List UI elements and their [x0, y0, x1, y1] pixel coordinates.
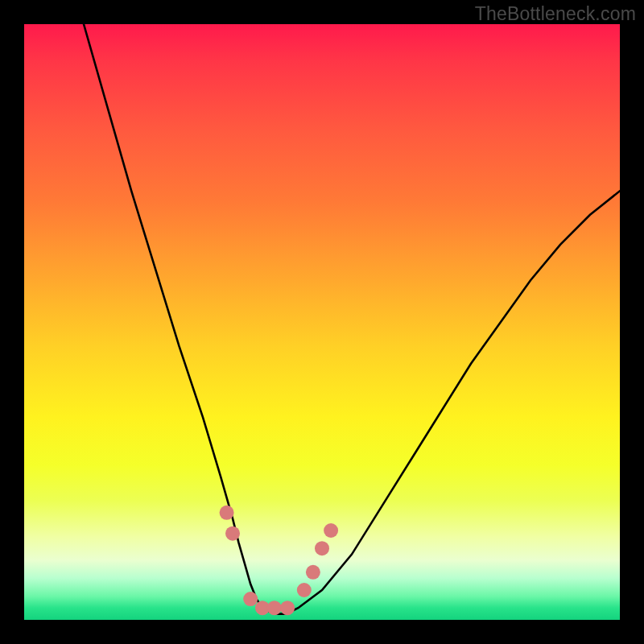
marker-group — [220, 506, 339, 615]
data-marker — [220, 506, 234, 520]
gradient-plot-area — [24, 24, 620, 620]
data-marker — [297, 583, 312, 597]
data-marker — [225, 526, 240, 541]
data-marker — [243, 592, 258, 606]
data-marker — [315, 541, 329, 555]
data-marker — [324, 523, 338, 538]
data-marker — [306, 565, 320, 580]
chart-frame: TheBottleneck.com — [0, 0, 644, 644]
data-marker — [280, 601, 295, 615]
bottleneck-curve — [84, 24, 620, 614]
data-marker — [267, 601, 282, 615]
bottleneck-chart-svg — [24, 24, 620, 620]
watermark-text: TheBottleneck.com — [475, 3, 636, 25]
